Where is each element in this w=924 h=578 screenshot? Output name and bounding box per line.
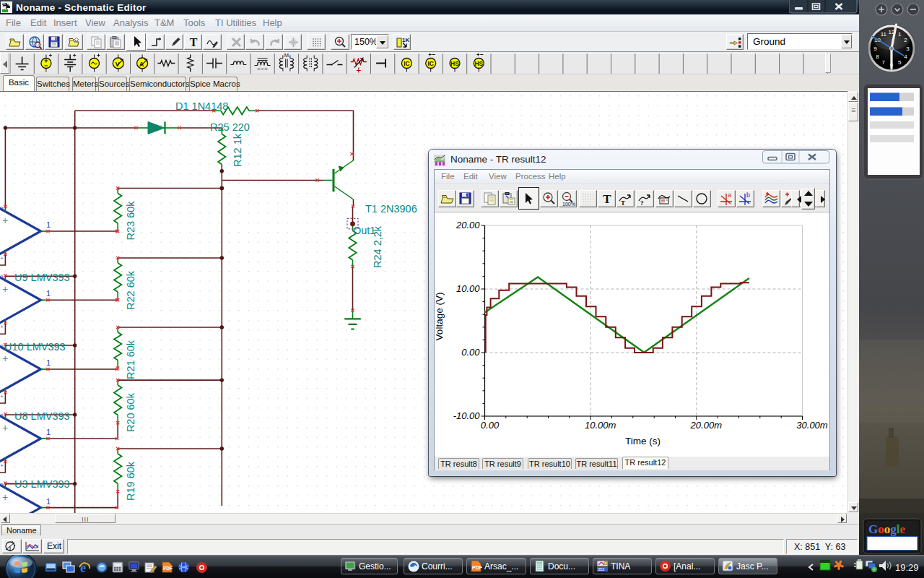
svg-text:T: T [603, 192, 611, 206]
svg-text:R23 60k: R23 60k [125, 201, 136, 241]
svg-text:-10.00: -10.00 [453, 410, 481, 421]
svg-text:+: + [2, 422, 8, 434]
svg-text:+: + [1, 394, 4, 399]
svg-text:M: M [284, 53, 289, 59]
svg-text:10.00: 10.00 [456, 283, 480, 294]
svg-text:19:29: 19:29 [895, 562, 919, 573]
svg-text:1: 1 [46, 220, 51, 229]
svg-text:b: b [746, 191, 750, 199]
svg-text:T: T [190, 36, 198, 48]
svg-text:o: o [1, 343, 4, 348]
svg-text:+: + [1, 324, 4, 329]
svg-text:?: ? [640, 199, 644, 207]
svg-text:U8 LMV393: U8 LMV393 [14, 410, 70, 422]
svg-text:PDF: PDF [472, 565, 482, 570]
svg-text:3: 3 [906, 46, 910, 52]
svg-text:U10 LMV393: U10 LMV393 [4, 341, 66, 353]
svg-text:R20 60k: R20 60k [125, 392, 136, 432]
svg-text:IC: IC [404, 60, 410, 67]
svg-text:9: 9 [873, 46, 877, 52]
svg-text:a: a [728, 191, 731, 199]
svg-text:0.00: 0.00 [481, 420, 500, 431]
svg-text:+: + [1, 256, 4, 261]
svg-text:Time (s): Time (s) [625, 436, 661, 447]
svg-text:R25 220: R25 220 [210, 121, 250, 133]
svg-text:U9 LMV393: U9 LMV393 [14, 272, 70, 283]
svg-text:A: A [139, 61, 144, 68]
svg-text:R24 2,2k: R24 2,2k [372, 225, 383, 268]
svg-text:Google: Google [868, 522, 905, 536]
svg-text:PDF: PDF [163, 566, 173, 571]
svg-text:7: 7 [882, 59, 886, 66]
svg-text:1: 1 [46, 497, 51, 506]
svg-text:5: 5 [898, 59, 902, 66]
svg-text:o: o [1, 482, 4, 487]
svg-text:D1 1N4148: D1 1N4148 [175, 100, 228, 112]
svg-text:HS: HS [474, 60, 483, 67]
svg-text:U3 LMV393: U3 LMV393 [14, 478, 70, 490]
svg-text:R21 60k: R21 60k [125, 340, 136, 379]
svg-text:IC: IC [427, 60, 434, 67]
svg-text:30.00m: 30.00m [796, 420, 828, 431]
svg-text:353: 353 [598, 567, 604, 571]
svg-text:10.00m: 10.00m [585, 420, 616, 431]
svg-text:0.00: 0.00 [461, 347, 480, 358]
svg-text:T1 2N3906: T1 2N3906 [365, 203, 417, 215]
svg-text:R12 1k: R12 1k [232, 133, 243, 167]
svg-text:20.00m: 20.00m [690, 420, 723, 431]
svg-text:Voltage (V): Voltage (V) [435, 293, 445, 341]
svg-text:4: 4 [904, 53, 907, 60]
svg-text:+: + [2, 215, 8, 226]
svg-text:1: 1 [46, 289, 51, 298]
svg-text:+: + [2, 353, 8, 364]
svg-text:T: T [621, 199, 625, 207]
svg-text:100%: 100% [562, 202, 575, 207]
svg-text:20.00: 20.00 [456, 220, 480, 230]
svg-text:o: o [1, 274, 4, 279]
svg-text:o: o [1, 413, 4, 418]
svg-text:8: 8 [876, 53, 879, 60]
svg-text:1: 1 [46, 428, 51, 436]
svg-text:HS: HS [450, 60, 459, 67]
svg-text:o: o [1, 205, 4, 210]
svg-text:R22 60k: R22 60k [125, 270, 136, 310]
svg-text:1: 1 [46, 358, 51, 367]
svg-text:+: + [2, 283, 8, 295]
svg-text:+: + [2, 491, 8, 503]
svg-text:+: + [1, 463, 4, 468]
svg-text:R19 60k: R19 60k [125, 461, 136, 501]
